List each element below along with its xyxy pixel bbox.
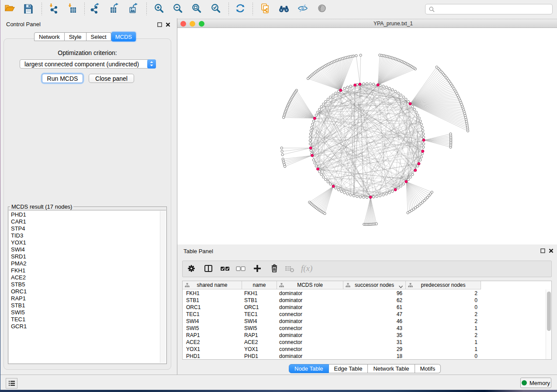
- node-table[interactable]: shared namenameMCDS rolesuccessor nodesp…: [182, 281, 552, 360]
- cell-name-row0[interactable]: FKH1: [242, 290, 277, 297]
- column-header-predecessor-nodes[interactable]: predecessor nodes: [406, 281, 481, 289]
- memory-button[interactable]: Memory: [520, 378, 551, 388]
- cell-successors-row4[interactable]: 46: [343, 318, 406, 325]
- run-mcds-button[interactable]: Run MCDS: [42, 74, 83, 83]
- cell-mcds_role-row3[interactable]: connector: [277, 311, 343, 318]
- refresh-button[interactable]: [233, 2, 248, 17]
- mcds-result-item[interactable]: SRD1: [11, 253, 166, 260]
- table-tab-motifs[interactable]: Motifs: [415, 364, 441, 373]
- cell-successors-row9[interactable]: 18: [343, 353, 406, 360]
- settings-button[interactable]: [185, 263, 198, 276]
- mcds-result-item[interactable]: STP4: [11, 225, 166, 232]
- table-panel-close-icon[interactable]: [548, 248, 554, 254]
- mcds-result-list[interactable]: PHD1CAR1STP4TID3YOX1SWI4SRD1PMA2FKH1ACE2…: [9, 210, 166, 363]
- mcds-result-item[interactable]: ACE2: [11, 274, 166, 281]
- select-all-button[interactable]: [218, 263, 232, 276]
- export-network-button[interactable]: [88, 2, 103, 17]
- cell-mcds_role-row4[interactable]: dominator: [277, 318, 343, 325]
- deselect-all-button[interactable]: [234, 263, 247, 276]
- cell-shared_name-row0[interactable]: FKH1: [183, 290, 242, 297]
- cell-shared_name-row3[interactable]: TEC1: [183, 311, 242, 318]
- cell-name-row9[interactable]: PHD1: [242, 353, 277, 360]
- cell-predecessors-row9[interactable]: 0: [406, 353, 481, 360]
- mcds-result-item[interactable]: YOX1: [11, 239, 166, 246]
- mcds-result-item[interactable]: SWI5: [11, 309, 166, 316]
- table-tab-node-table[interactable]: Node Table: [289, 364, 329, 373]
- cell-mcds_role-row6[interactable]: dominator: [277, 332, 343, 339]
- cell-shared_name-row2[interactable]: ORC1: [183, 304, 242, 311]
- cell-name-row5[interactable]: SWI5: [242, 325, 277, 332]
- mcds-result-item[interactable]: TEC1: [11, 316, 166, 323]
- mcds-result-item[interactable]: STB5: [11, 281, 166, 288]
- control-panel-tab-mcds[interactable]: MCDS: [111, 32, 136, 41]
- add-column-button[interactable]: [251, 263, 264, 276]
- window-zoom-button[interactable]: [199, 21, 204, 27]
- hide-selected-button[interactable]: [295, 2, 310, 17]
- mcds-result-item[interactable]: PMA2: [11, 260, 166, 267]
- cell-successors-row6[interactable]: 35: [343, 332, 406, 339]
- cell-shared_name-row4[interactable]: SWI4: [183, 318, 242, 325]
- cell-shared_name-row1[interactable]: STB1: [183, 297, 242, 304]
- network-view-canvas[interactable]: [177, 28, 557, 244]
- control-panel-tab-network[interactable]: Network: [34, 32, 65, 41]
- cell-successors-row3[interactable]: 47: [343, 311, 406, 318]
- mcds-result-item[interactable]: GCR1: [11, 323, 166, 330]
- control-panel-tab-select[interactable]: Select: [86, 32, 111, 41]
- cell-name-row6[interactable]: RAP1: [242, 332, 277, 339]
- find-button[interactable]: [277, 2, 291, 17]
- window-close-button[interactable]: [180, 21, 186, 27]
- optimization-criterion-select[interactable]: largest connected component (undirected): [20, 59, 156, 69]
- table-tab-edge-table[interactable]: Edge Table: [329, 364, 368, 373]
- import-network-button[interactable]: [46, 2, 61, 17]
- table-panel-float-icon[interactable]: [540, 248, 546, 254]
- zoom-out-button[interactable]: [170, 2, 185, 17]
- zoom-in-button[interactable]: [152, 2, 166, 17]
- control-panel-close-icon[interactable]: [165, 22, 171, 28]
- cell-shared_name-row7[interactable]: ACE2: [183, 339, 242, 346]
- node-table-scrollbar[interactable]: [546, 289, 551, 359]
- zoom-selected-button[interactable]: [208, 2, 223, 17]
- cell-successors-row7[interactable]: 31: [343, 339, 406, 346]
- mcds-result-item[interactable]: SWI4: [11, 246, 166, 253]
- cell-name-row4[interactable]: SWI4: [242, 318, 277, 325]
- network-window-titlebar[interactable]: YPA_prune.txt_1: [177, 19, 557, 28]
- cell-mcds_role-row5[interactable]: connector: [277, 325, 343, 332]
- zoom-fit-button[interactable]: [189, 2, 204, 17]
- mcds-result-item[interactable]: FKH1: [11, 267, 166, 274]
- cell-predecessors-row4[interactable]: 2: [406, 318, 481, 325]
- mcds-result-item[interactable]: CAR1: [11, 218, 166, 225]
- cell-shared_name-row8[interactable]: YOX1: [183, 346, 242, 353]
- import-table-button[interactable]: [65, 2, 80, 17]
- cell-shared_name-row5[interactable]: SWI5: [183, 325, 242, 332]
- column-header-name[interactable]: name: [242, 281, 277, 289]
- mcds-result-item[interactable]: TID3: [11, 232, 166, 239]
- window-minimize-button[interactable]: [190, 21, 195, 27]
- cell-name-row2[interactable]: ORC1: [242, 304, 277, 311]
- cell-successors-row2[interactable]: 61: [343, 304, 406, 311]
- cell-predecessors-row6[interactable]: 2: [406, 332, 481, 339]
- control-panel-tab-style[interactable]: Style: [65, 32, 86, 41]
- search-box[interactable]: [425, 4, 553, 14]
- cell-mcds_role-row0[interactable]: dominator: [277, 290, 343, 297]
- cell-name-row1[interactable]: STB1: [242, 297, 277, 304]
- cell-name-row7[interactable]: ACE2: [242, 339, 277, 346]
- cell-predecessors-row2[interactable]: 0: [406, 304, 481, 311]
- cell-successors-row1[interactable]: 62: [343, 297, 406, 304]
- cell-mcds_role-row1[interactable]: dominator: [277, 297, 343, 304]
- mcds-result-item[interactable]: RAP1: [11, 295, 166, 302]
- column-header-shared-name[interactable]: shared name: [183, 281, 242, 289]
- export-table-button[interactable]: [107, 2, 122, 17]
- cell-shared_name-row6[interactable]: RAP1: [183, 332, 242, 339]
- mcds-result-scrollbar[interactable]: [160, 211, 166, 363]
- cell-successors-row5[interactable]: 43: [343, 325, 406, 332]
- cell-predecessors-row0[interactable]: 2: [406, 290, 481, 297]
- cell-predecessors-row8[interactable]: 1: [406, 346, 481, 353]
- cell-mcds_role-row7[interactable]: connector: [277, 339, 343, 346]
- open-file-button[interactable]: [2, 2, 17, 17]
- save-session-button[interactable]: [21, 2, 36, 17]
- cell-successors-row0[interactable]: 96: [343, 290, 406, 297]
- cell-mcds_role-row8[interactable]: connector: [277, 346, 343, 353]
- cell-mcds_role-row9[interactable]: dominator: [277, 353, 343, 360]
- mcds-result-item[interactable]: PHD1: [11, 211, 166, 218]
- cell-predecessors-row3[interactable]: 2: [406, 311, 481, 318]
